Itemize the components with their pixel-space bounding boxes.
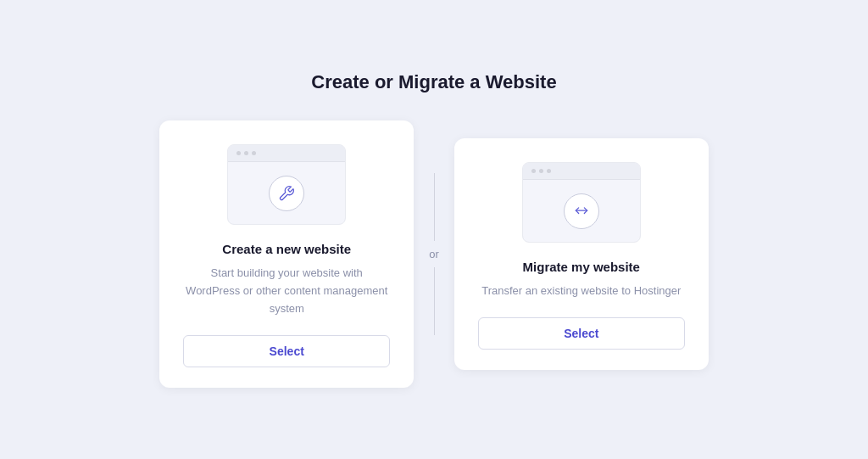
create-card-description: Start building your website with WordPre… bbox=[183, 265, 390, 317]
migrate-select-button[interactable]: Select bbox=[478, 317, 685, 350]
browser-bar-migrate bbox=[523, 163, 640, 180]
page-title: Create or Migrate a Website bbox=[311, 71, 556, 93]
browser-mockup-migrate bbox=[522, 162, 641, 243]
wrench-icon bbox=[278, 185, 295, 202]
create-select-button[interactable]: Select bbox=[183, 335, 390, 367]
cards-container: Create a new website Start building your… bbox=[159, 120, 709, 387]
browser-bar bbox=[228, 145, 345, 162]
migrate-website-card: Migrate my website Transfer an existing … bbox=[454, 138, 709, 370]
wrench-icon-circle bbox=[269, 176, 304, 211]
browser-dot-2 bbox=[244, 151, 248, 155]
create-card-title: Create a new website bbox=[222, 242, 351, 256]
browser-dot-1 bbox=[236, 151, 241, 155]
browser-mockup-create bbox=[227, 144, 346, 225]
divider-line-top bbox=[434, 173, 435, 241]
divider-or: or bbox=[429, 173, 439, 335]
browser-dot-3 bbox=[252, 151, 256, 155]
browser-dot-m2 bbox=[539, 169, 543, 173]
browser-content-create bbox=[228, 162, 345, 224]
browser-content-migrate bbox=[523, 180, 640, 242]
divider-text: or bbox=[429, 248, 439, 260]
migrate-card-description: Transfer an existing website to Hostinge… bbox=[481, 283, 681, 300]
browser-dot-m3 bbox=[547, 169, 551, 173]
migrate-card-title: Migrate my website bbox=[523, 260, 640, 274]
browser-dot-m1 bbox=[531, 169, 536, 173]
divider-line-bottom bbox=[434, 267, 435, 335]
transfer-arrows-icon bbox=[573, 203, 590, 220]
arrows-icon-circle bbox=[564, 193, 599, 229]
create-website-card: Create a new website Start building your… bbox=[159, 120, 414, 387]
